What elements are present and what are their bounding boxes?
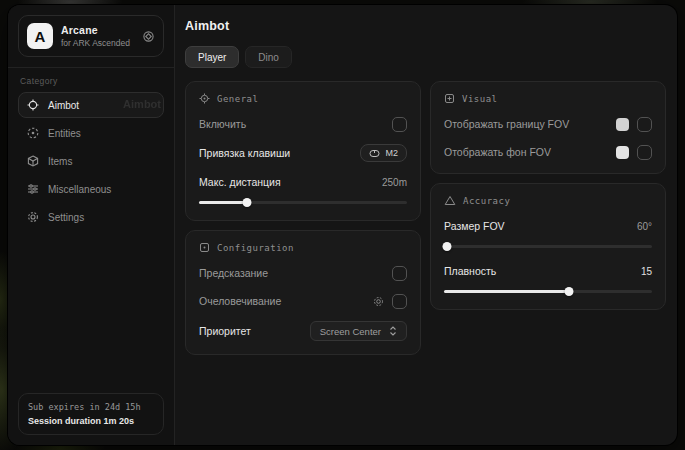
priority-label: Приоритет (199, 325, 251, 337)
enable-checkbox[interactable] (392, 117, 407, 132)
panel-title: Accuracy (463, 196, 510, 206)
general-scope-icon (199, 93, 210, 104)
page-title: Aimbot (185, 19, 666, 33)
session-duration-text: Session duration 1m 20s (28, 416, 154, 426)
configuration-icon (199, 242, 210, 253)
prediction-label: Предсказание (199, 267, 268, 279)
sidebar-item-aimbot[interactable]: Aimbot Aimbot (18, 92, 164, 118)
visual-icon (444, 93, 455, 104)
fov-bg-color-swatch[interactable] (616, 146, 629, 159)
keybind-value: M2 (385, 148, 398, 158)
entities-icon (27, 127, 39, 139)
crosshair-icon (27, 99, 39, 111)
gear-icon (27, 211, 39, 223)
slider-track[interactable] (444, 245, 652, 248)
tab-dino[interactable]: Dino (245, 46, 292, 68)
sidebar-item-miscellaneous[interactable]: Miscellaneous (18, 176, 164, 202)
session-card: Sub expires in 24d 15h Session duration … (18, 393, 164, 435)
accuracy-icon (444, 195, 456, 206)
priority-value: Screen Center (320, 326, 381, 337)
items-icon (27, 155, 39, 167)
sidebar-item-label: Aimbot (48, 100, 79, 111)
fov-border-color-swatch[interactable] (616, 118, 629, 131)
brand-card: A Arcane for ARK Ascended (18, 15, 164, 57)
sidebar-item-label: Entities (48, 128, 81, 139)
tab-bar: Player Dino (185, 46, 666, 68)
sidebar-nav: Aimbot Aimbot Entities Items (18, 92, 164, 230)
aimbot-ghost-watermark: Aimbot (123, 98, 161, 110)
misc-icon (27, 183, 39, 195)
panel-configuration: Configuration Предсказание Очеловечивани… (185, 230, 421, 355)
prediction-checkbox[interactable] (392, 266, 407, 281)
sidebar-item-items[interactable]: Items (18, 148, 164, 174)
humanize-settings-gear-icon[interactable] (373, 296, 384, 307)
priority-dropdown[interactable]: Screen Center (310, 321, 407, 341)
target-icon[interactable] (142, 30, 155, 43)
keybind-label: Привязка клавиши (199, 147, 290, 159)
sidebar-item-settings[interactable]: Settings (18, 204, 164, 230)
humanize-checkbox[interactable] (392, 294, 407, 309)
panel-visual: Visual Отображать границу FOV Отображать… (430, 81, 666, 174)
mouse-icon (369, 149, 380, 158)
tab-player[interactable]: Player (185, 46, 239, 68)
sub-expires-text: Sub expires in 24d 15h (28, 402, 154, 412)
app-name: Arcane (61, 24, 134, 36)
sidebar-divider (8, 67, 174, 68)
slider-fill (199, 201, 247, 204)
slider-thumb[interactable] (443, 242, 452, 251)
sidebar-item-label: Miscellaneous (48, 184, 111, 195)
smoothness-value: 15 (641, 266, 652, 277)
sidebar: A Arcane for ARK Ascended Category (8, 5, 175, 445)
slider-thumb[interactable] (242, 198, 251, 207)
app-window: A Arcane for ARK Ascended Category (8, 5, 677, 445)
fov-size-slider[interactable] (444, 242, 652, 251)
fov-size-label: Размер FOV (444, 220, 505, 232)
enable-label: Включить (199, 118, 246, 130)
max-distance-value: 250m (382, 177, 407, 188)
app-subtitle: for ARK Ascended (61, 38, 134, 48)
sidebar-item-entities[interactable]: Entities (18, 120, 164, 146)
smoothness-label: Плавность (444, 265, 496, 277)
fov-border-label: Отображать границу FOV (444, 118, 569, 130)
fov-bg-label: Отображать фон FOV (444, 146, 551, 158)
humanize-label: Очеловечивание (199, 295, 281, 307)
smoothness-slider[interactable] (444, 287, 652, 296)
chevron-updown-icon (389, 326, 397, 336)
fov-border-checkbox[interactable] (637, 117, 652, 132)
max-distance-label: Макс. дистанция (199, 176, 281, 188)
fov-size-value: 60° (637, 221, 652, 232)
panel-accuracy: Accuracy Размер FOV 60° Плавность 15 (430, 183, 666, 310)
app-logo: A (27, 23, 53, 49)
keybind-button[interactable]: M2 (360, 144, 407, 162)
slider-thumb[interactable] (564, 287, 573, 296)
brand-text: Arcane for ARK Ascended (61, 24, 134, 48)
fov-bg-checkbox[interactable] (637, 145, 652, 160)
max-distance-slider[interactable] (199, 198, 407, 207)
category-label: Category (20, 76, 162, 86)
sidebar-item-label: Settings (48, 212, 84, 223)
panel-general: General Включить Привязка клавиши (185, 81, 421, 221)
panel-title: Visual (462, 94, 498, 104)
panel-title: General (217, 94, 258, 104)
slider-fill (444, 290, 569, 293)
panel-title: Configuration (217, 243, 294, 253)
sidebar-item-label: Items (48, 156, 72, 167)
main-content: Aimbot Player Dino General (175, 5, 677, 445)
